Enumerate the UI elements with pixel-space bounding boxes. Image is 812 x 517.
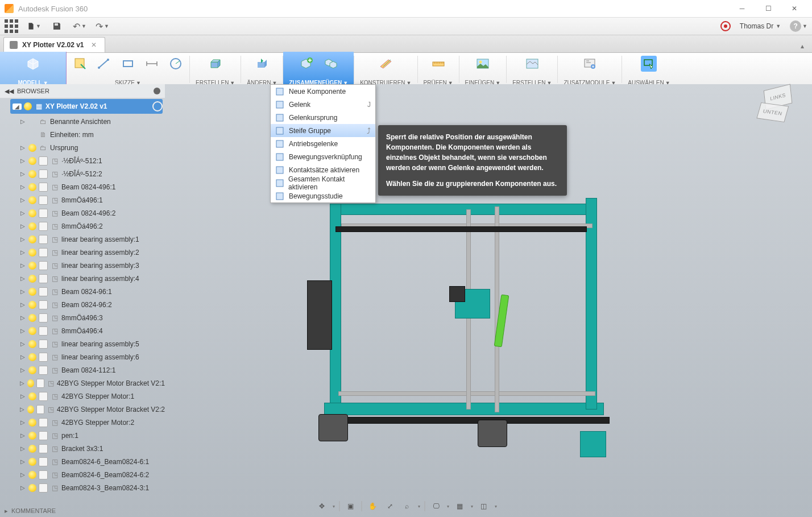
visibility-bulb-icon[interactable]: [28, 235, 36, 243]
visibility-bulb-icon[interactable]: [28, 458, 36, 466]
visibility-bulb-icon[interactable]: [28, 222, 36, 230]
viewport[interactable]: LINKS UNTEN Neue KomponenteGelenkJGelenk…: [0, 84, 812, 517]
tree-item[interactable]: ▷◳linear bearing assembly:6: [2, 350, 165, 363]
ribbon-group-sketch[interactable]: SKIZZE▼: [67, 52, 189, 87]
collapse-icon[interactable]: ◢: [13, 104, 22, 110]
link-checkbox[interactable]: [39, 274, 48, 283]
display-settings-icon[interactable]: 🖵: [430, 500, 442, 512]
tree-item[interactable]: ▷◳Beam 0824-96:2: [2, 298, 165, 311]
line-icon[interactable]: [96, 56, 112, 72]
visibility-bulb-icon[interactable]: [28, 288, 36, 296]
tree-item[interactable]: ▷◳8mmÖá496:3: [2, 311, 165, 324]
close-tab-button[interactable]: ✕: [89, 41, 99, 49]
plane-icon[interactable]: [378, 56, 393, 72]
tree-root[interactable]: ◢▦XY Plotter V2.02 v1: [10, 99, 163, 114]
minimize-button[interactable]: ─: [729, 0, 755, 17]
ribbon-group-insert[interactable]: EINFÜGEN▼: [459, 52, 507, 87]
expand-icon[interactable]: ▷: [19, 144, 26, 151]
menu-item-new-component[interactable]: Neue Komponente: [271, 85, 375, 98]
expand-icon[interactable]: ▷: [19, 367, 26, 373]
undo-button[interactable]: ↶▼: [73, 19, 86, 33]
browser-header[interactable]: ◀◀ BROWSER: [0, 84, 165, 98]
visibility-bulb-icon[interactable]: [28, 249, 36, 257]
link-checkbox[interactable]: [39, 261, 48, 270]
tree-item[interactable]: ▷◳linear bearing assembly:3: [2, 259, 165, 272]
ribbon-group-make[interactable]: ERSTELLEN▼: [507, 52, 557, 87]
visibility-bulb-icon[interactable]: [28, 144, 36, 152]
link-checkbox[interactable]: [36, 405, 44, 414]
view-cube[interactable]: LINKS UNTEN: [753, 86, 797, 130]
expand-icon[interactable]: ▷: [19, 406, 25, 412]
link-checkbox[interactable]: [39, 196, 48, 205]
link-checkbox[interactable]: [39, 222, 48, 231]
browser-tree[interactable]: ◢▦XY Plotter V2.02 v1▷🗀Benannte Ansichte…: [2, 98, 165, 503]
circle-icon[interactable]: [168, 56, 184, 72]
link-checkbox[interactable]: [39, 300, 48, 309]
visibility-bulb-icon[interactable]: [28, 445, 36, 453]
tree-item[interactable]: ▷◳Beam0824-3_Beam0824-3:1: [2, 481, 165, 494]
tree-item[interactable]: 🗎Einheiten: mm: [2, 128, 165, 141]
tree-item[interactable]: ▷◳Beam0824-6_Beam0824-6:1: [2, 455, 165, 468]
fit-icon[interactable]: ⌕: [401, 500, 413, 512]
insert-decal-icon[interactable]: [475, 56, 491, 72]
comments-bar[interactable]: ▸ KOMMENTARE: [0, 504, 60, 517]
3d-print-icon[interactable]: [524, 56, 540, 72]
expand-icon[interactable]: ▷: [19, 393, 26, 399]
expand-icon[interactable]: ▷: [19, 315, 26, 321]
expand-icon[interactable]: ▷: [19, 458, 26, 465]
extrude-icon[interactable]: [208, 56, 223, 72]
tree-item[interactable]: ▷◳linear bearing assembly:4: [2, 272, 165, 285]
expand-icon[interactable]: ▷: [19, 171, 26, 177]
ribbon-group-modify[interactable]: ÄNDERN▼: [241, 52, 283, 87]
visibility-bulb-icon[interactable]: [27, 406, 34, 413]
expand-icon[interactable]: ▷: [19, 485, 26, 491]
visibility-bulb-icon[interactable]: [27, 379, 34, 387]
ribbon-group-construct[interactable]: KONSTRUIEREN▼: [354, 52, 417, 87]
expand-icon[interactable]: ▷: [19, 380, 25, 386]
menu-item-rigid-group[interactable]: Steife Gruppe⤴: [271, 124, 375, 137]
tree-item[interactable]: ▷◳Beam 0824-496:1: [2, 180, 165, 193]
expand-icon[interactable]: ▷: [19, 223, 26, 229]
visibility-bulb-icon[interactable]: [28, 353, 36, 361]
expand-icon[interactable]: ▷: [19, 354, 26, 360]
ribbon-group-select[interactable]: AUSWÄHLEN▼: [622, 52, 676, 87]
expand-icon[interactable]: ▷: [19, 197, 26, 203]
tree-item[interactable]: ▷◳Beam 0824-112:1: [2, 363, 165, 377]
select-icon[interactable]: [641, 56, 657, 72]
save-button[interactable]: [50, 19, 64, 33]
record-icon[interactable]: [720, 21, 731, 31]
link-checkbox[interactable]: [39, 287, 48, 296]
zoom-icon[interactable]: ⤢: [384, 500, 396, 512]
link-checkbox[interactable]: [39, 483, 48, 493]
visibility-bulb-icon[interactable]: [28, 314, 36, 322]
expand-icon[interactable]: ▷: [19, 249, 26, 255]
expand-icon[interactable]: ▷: [19, 275, 26, 282]
visibility-bulb-icon[interactable]: [28, 392, 36, 400]
pan-icon[interactable]: ✋: [367, 500, 379, 512]
viewport-layout-icon[interactable]: ◫: [478, 500, 490, 512]
expand-icon[interactable]: ▷: [19, 118, 26, 125]
link-checkbox[interactable]: [39, 235, 48, 244]
orbit-icon[interactable]: ✥: [316, 500, 328, 512]
visibility-bulb-icon[interactable]: [28, 484, 36, 492]
visibility-bulb-icon[interactable]: [28, 262, 36, 270]
expand-ribbon-button[interactable]: ▴: [796, 40, 809, 52]
link-checkbox[interactable]: [39, 418, 48, 427]
expand-icon[interactable]: ▷: [19, 301, 26, 308]
expand-icon[interactable]: ▷: [19, 184, 26, 190]
link-checkbox[interactable]: [39, 156, 48, 166]
visibility-bulb-icon[interactable]: [28, 157, 36, 165]
link-checkbox[interactable]: [36, 379, 44, 388]
collapse-left-icon[interactable]: ◀◀: [5, 88, 14, 95]
menu-item-motion-link[interactable]: Bewegungsverknüpfung: [271, 150, 375, 163]
link-checkbox[interactable]: [39, 366, 48, 375]
expand-icon[interactable]: ▷: [19, 419, 26, 425]
link-checkbox[interactable]: [39, 392, 48, 401]
expand-icon[interactable]: ▷: [19, 341, 26, 347]
tree-item[interactable]: ▷◳42BYG Stepper Motor:2: [2, 416, 165, 429]
tree-item[interactable]: ▷◳8mmÖá496:2: [2, 220, 165, 233]
tree-item[interactable]: ▷◳Beam0824-6_Beam0824-6:2: [2, 468, 165, 481]
create-sketch-icon[interactable]: [72, 56, 88, 72]
menu-item-motion-study[interactable]: Bewegungsstudie: [271, 189, 375, 202]
tree-item[interactable]: ▷◳Beam 0824-496:2: [2, 206, 165, 220]
